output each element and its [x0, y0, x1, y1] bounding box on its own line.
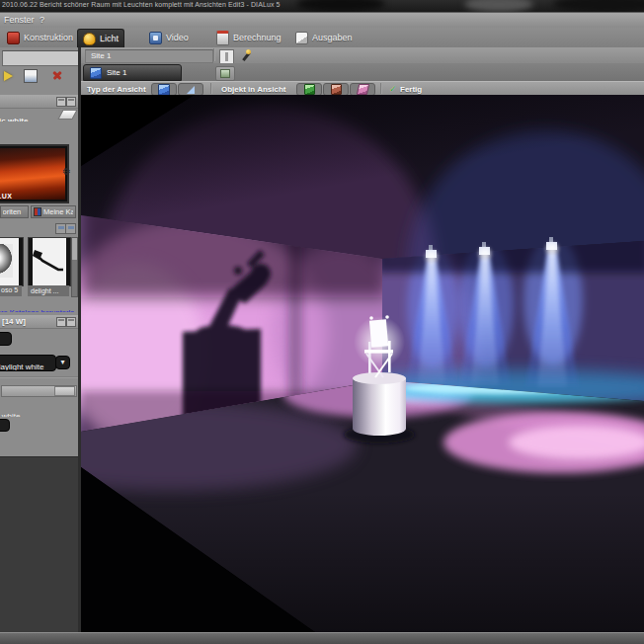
panel-float-icon[interactable]	[66, 317, 76, 327]
luminaire-panel-header: [14 W]	[0, 315, 78, 329]
eraser-icon[interactable]	[57, 110, 77, 120]
construction-icon	[7, 32, 20, 44]
left-sidebar: Generic white LUX ⚙ Favoriten Meine Kata…	[0, 47, 80, 632]
tab-favoriten[interactable]: Favoriten	[0, 205, 29, 218]
lamp-icon	[83, 33, 96, 45]
add-view-button[interactable]	[215, 66, 235, 81]
light-color-dropdown[interactable]: daylight white	[0, 355, 56, 371]
render-3d-scene[interactable]	[81, 95, 644, 632]
divider	[380, 83, 382, 94]
tab-favoriten-label-wrap: Favoriten	[3, 207, 26, 216]
panel-layout-icon[interactable]	[219, 49, 234, 64]
view-tab-row: Site 1	[81, 63, 644, 81]
desk-lamp-drawing	[33, 247, 66, 277]
tab-ausgaben[interactable]: Ausgaben	[290, 29, 358, 46]
output-icon	[295, 32, 308, 44]
material-preview[interactable]: LUX	[0, 144, 69, 203]
cube-3d-icon	[90, 67, 102, 79]
chevron-down-icon: ▾	[56, 357, 69, 368]
titlebar: 2010.06.22 Bericht schöner Raum mit Leuc…	[0, 0, 644, 12]
tab-label: Konstruktion	[24, 33, 73, 42]
statusbar	[0, 632, 644, 644]
panel-dock-icon[interactable]	[56, 97, 66, 107]
tab-konstruktion[interactable]: Konstruktion	[2, 29, 78, 46]
calculation-icon	[216, 31, 229, 45]
tab-label: Licht	[100, 34, 119, 43]
remove-icon	[356, 84, 368, 95]
dropdown-arrow-button[interactable]: ▾	[55, 356, 70, 369]
view-name-text: Site 1	[86, 50, 212, 62]
menu-fenster[interactable]: Fenster	[4, 15, 35, 25]
tab-label: Berechnung	[233, 33, 282, 42]
exhibit-pedestal[interactable]	[353, 372, 406, 436]
item-frame	[66, 238, 70, 285]
check-icon: ✓	[389, 84, 397, 94]
luminaire-header-label: [14 W]	[2, 317, 26, 326]
object-in-view-label: Objekt in Ansicht	[221, 85, 286, 94]
cube-3d-icon	[158, 84, 170, 96]
insert-icon	[304, 84, 315, 95]
material-label-wrap: Generic white	[0, 110, 59, 121]
view-type-label: Typ der Ansicht	[87, 85, 146, 94]
preview-caption: LUX	[0, 193, 13, 200]
titlebar-blur	[296, 0, 385, 12]
titlebar-blur	[553, 0, 644, 12]
render-viewport	[81, 95, 644, 632]
tab-label: Favoriten	[3, 207, 21, 216]
luminaire-item-2[interactable]	[28, 237, 71, 286]
spot-beams	[406, 253, 579, 387]
gear-icon[interactable]: ⚙	[62, 167, 71, 177]
done-button[interactable]: Fertig	[400, 85, 422, 94]
tab-video[interactable]: Video	[144, 29, 194, 46]
tab-meine-kataloge[interactable]: Meine Kataloge	[31, 205, 76, 218]
luminaire-item-2-label: delight ...	[28, 285, 69, 296]
tab-label: Video	[166, 33, 189, 42]
video-icon	[149, 32, 162, 44]
dimmer-slider-handle[interactable]	[54, 386, 75, 396]
panel-float-icon[interactable]	[66, 97, 76, 107]
scene-icon[interactable]	[24, 69, 38, 83]
catalog-icon	[34, 207, 41, 216]
tab-label: Site 1	[107, 68, 126, 77]
divider	[210, 83, 212, 94]
view-name-field[interactable]: Site 1	[85, 49, 213, 63]
ribbon-tabbar: Konstruktion Licht Video Berechnung Ausg…	[0, 28, 644, 48]
color-label: daylight white	[0, 412, 20, 417]
titlebar-blur	[464, 0, 533, 12]
luminaire-item-1-label: oso 5	[1, 286, 18, 293]
luminaire-button-fragment[interactable]	[0, 332, 12, 346]
tab-berechnung[interactable]: Berechnung	[211, 29, 286, 46]
move-icon	[331, 84, 342, 95]
apply-arrow-icon[interactable]	[4, 71, 13, 81]
spotlight-photo	[0, 244, 13, 278]
sidebar-empty-panel	[0, 456, 78, 632]
light-color-value: daylight white	[0, 360, 43, 371]
item-frame	[19, 238, 23, 285]
divider	[213, 48, 215, 61]
tab-label: Ausgaben	[312, 33, 353, 42]
tab-licht[interactable]: Licht	[77, 29, 124, 47]
tab-site-1[interactable]: Site 1	[83, 64, 182, 81]
plan-view-icon	[187, 86, 195, 94]
catalog-scrollbar[interactable]	[71, 237, 78, 297]
filter-input[interactable]	[2, 50, 79, 66]
color-swatch-fragment[interactable]	[0, 419, 10, 432]
delete-icon[interactable]	[51, 69, 63, 81]
menubar: Fenster ?	[0, 12, 644, 29]
download-catalogs-link[interactable]: Weitere Kataloge herunterladen...	[0, 308, 75, 312]
material-label: Generic white	[0, 117, 28, 121]
lamp-tool-icon[interactable]	[239, 49, 252, 62]
panel-dock-icon[interactable]	[56, 317, 66, 327]
divider	[0, 376, 78, 378]
luminaire-item-1[interactable]	[0, 237, 24, 286]
download-catalogs-link-wrap[interactable]: Weitere Kataloge herunterladen...	[0, 301, 75, 312]
dialux-window: 2010.06.22 Bericht schöner Raum mit Leuc…	[0, 0, 644, 644]
material-panel-header	[0, 95, 78, 109]
menu-help[interactable]: ?	[40, 15, 44, 25]
tab-label: Meine Kataloge	[43, 207, 73, 216]
window-title: 2010.06.22 Bericht schöner Raum mit Leuc…	[2, 1, 281, 8]
view-grid-icon[interactable]	[65, 223, 76, 234]
color-label-wrap: daylight white	[0, 405, 63, 417]
view-name-row: Site 1	[81, 47, 644, 64]
